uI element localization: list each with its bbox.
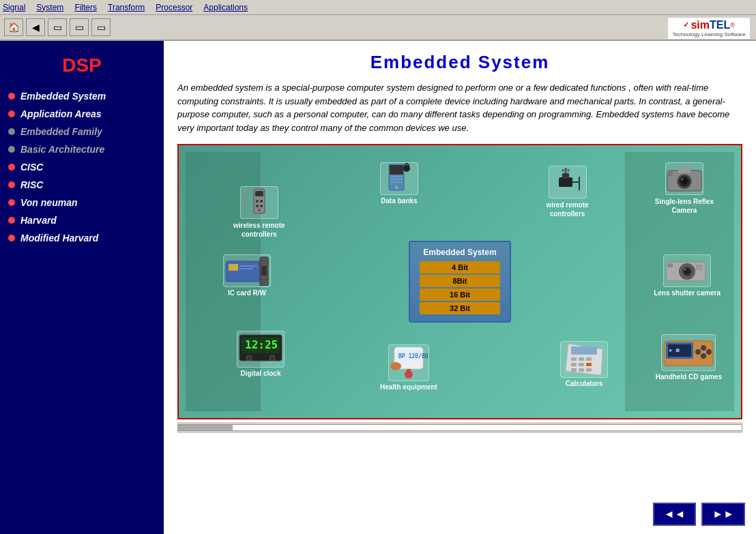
page-title: Embedded System [177, 52, 742, 73]
sidebar-dot [8, 181, 15, 188]
device-wireless: wireless remotecontrollers [233, 186, 285, 239]
svg-point-69 [701, 345, 706, 351]
svg-rect-32 [239, 265, 257, 267]
sidebar-dot [8, 128, 15, 135]
sidebar-item-harvard[interactable]: Harvard [0, 211, 164, 229]
toolbar-home[interactable]: 🏠 [4, 18, 23, 36]
prev-arrow: ◄◄ [664, 508, 686, 520]
svg-rect-41 [696, 265, 703, 270]
lens-icon [663, 254, 711, 287]
device-iccard: IC card R/W [223, 254, 271, 297]
wired-label: wired remotecontrollers [534, 201, 601, 218]
handheld-label: Handheld CD games [656, 373, 722, 381]
sidebar-item-embedded[interactable]: Embedded System [0, 87, 164, 105]
device-slr: Single-lens ReflexCamera [655, 162, 714, 215]
menu-filters[interactable]: Filters [74, 3, 97, 12]
svg-point-47 [270, 355, 275, 361]
sidebar-item-von[interactable]: Von neuman [0, 194, 164, 211]
svg-point-72 [701, 353, 706, 359]
svg-text:▶ ■: ▶ ■ [669, 347, 680, 353]
logo-box: ✓ simTEL® Technology Learning Software [667, 17, 751, 40]
lens-label: Lens shutter camera [654, 289, 721, 297]
sidebar-item-cisc[interactable]: CISC [0, 158, 164, 176]
calc-label: Calculators [560, 380, 608, 387]
svg-point-28 [681, 179, 683, 181]
sidebar: DSP Embedded System Application Areas Em… [0, 41, 164, 534]
svg-rect-61 [586, 363, 592, 366]
center-box-title: Embedded System [420, 248, 500, 257]
nav-buttons: ◄◄ ►► [653, 503, 745, 526]
svg-rect-59 [571, 363, 577, 366]
svg-text:BP 120/80: BP 120/80 [398, 353, 428, 359]
svg-point-40 [684, 269, 686, 271]
svg-rect-31 [229, 264, 238, 271]
svg-rect-58 [586, 357, 592, 361]
databanks-icon [380, 162, 418, 195]
svg-point-20 [567, 169, 570, 172]
sidebar-label-embedded: Embedded System [20, 91, 106, 102]
embedded-center-box: Embedded System 4 Bit 8Bit 16 Bit 32 Bit [409, 241, 511, 323]
device-clock: 12:25 Digital clock [237, 331, 285, 377]
sidebar-item-architecture[interactable]: Basic Architecture [0, 140, 164, 158]
svg-rect-10 [390, 179, 403, 180]
wireless-label: wireless remotecontrollers [233, 221, 285, 239]
svg-rect-57 [579, 357, 584, 361]
bit-4: 4 Bit [420, 261, 500, 273]
description-text: An embedded system is a special-purpose … [177, 81, 742, 134]
sidebar-item-family[interactable]: Embedded Family [0, 123, 164, 140]
menu-applications[interactable]: Applications [203, 3, 248, 12]
toolbar-p2[interactable]: ▭ [70, 18, 89, 36]
menubar: Signal System Filters Transform Processo… [0, 0, 756, 15]
sidebar-dot [8, 146, 15, 153]
svg-rect-64 [586, 368, 592, 372]
calc-icon [560, 341, 608, 378]
svg-rect-9 [390, 176, 403, 177]
sidebar-title: DSP [0, 48, 164, 87]
toolbar-back[interactable]: ◀ [26, 18, 45, 36]
svg-rect-56 [571, 357, 577, 361]
sidebar-label-harvard: Harvard [20, 215, 57, 226]
svg-point-53 [390, 362, 401, 370]
embedded-diagram: Embedded System 4 Bit 8Bit 16 Bit 32 Bit [177, 144, 742, 419]
next-button[interactable]: ►► [701, 503, 745, 526]
prev-button[interactable]: ◄◄ [653, 503, 697, 526]
menu-processor[interactable]: Processor [156, 3, 192, 12]
svg-rect-63 [579, 368, 584, 372]
svg-rect-11 [390, 181, 403, 183]
health-label: Health equipment [380, 383, 437, 391]
scrollbar[interactable] [177, 422, 742, 433]
sidebar-item-modified[interactable]: Modified Harvard [0, 229, 164, 247]
sidebar-label-modified: Modified Harvard [20, 233, 98, 243]
device-wired: wired remotecontrollers [534, 166, 601, 218]
sidebar-item-application[interactable]: Application Areas [0, 105, 164, 123]
svg-point-46 [246, 355, 252, 361]
wireless-icon [240, 186, 278, 219]
device-databanks: Data banks [380, 162, 418, 205]
sidebar-dot [8, 93, 15, 100]
menu-signal[interactable]: Signal [3, 3, 25, 12]
toolbar-p1[interactable]: ▭ [48, 18, 67, 36]
device-health: BP 120/80 Health equipment [380, 344, 437, 391]
sidebar-label-application: Application Areas [20, 108, 102, 119]
svg-point-12 [395, 186, 398, 189]
svg-text:12:25: 12:25 [245, 338, 278, 351]
svg-rect-29 [667, 170, 673, 176]
menu-transform[interactable]: Transform [108, 3, 145, 12]
svg-point-13 [403, 165, 410, 172]
bit-32: 32 Bit [420, 302, 500, 314]
menu-system[interactable]: System [36, 3, 63, 12]
next-arrow: ►► [712, 508, 734, 520]
sidebar-dot [8, 235, 15, 241]
svg-rect-17 [562, 173, 569, 179]
toolbar-p3[interactable]: ▭ [91, 18, 111, 36]
sidebar-item-risc[interactable]: RISC [0, 176, 164, 194]
svg-rect-8 [390, 165, 403, 175]
svg-rect-52 [407, 369, 411, 374]
slr-icon [665, 162, 703, 195]
content-area: Embedded System An embedded system is a … [164, 41, 756, 534]
health-icon: BP 120/80 [388, 344, 429, 381]
svg-rect-24 [678, 166, 690, 173]
svg-point-71 [695, 349, 701, 355]
diagram-inner: Embedded System 4 Bit 8Bit 16 Bit 32 Bit [186, 152, 734, 411]
sidebar-label-cisc: CISC [20, 162, 43, 173]
